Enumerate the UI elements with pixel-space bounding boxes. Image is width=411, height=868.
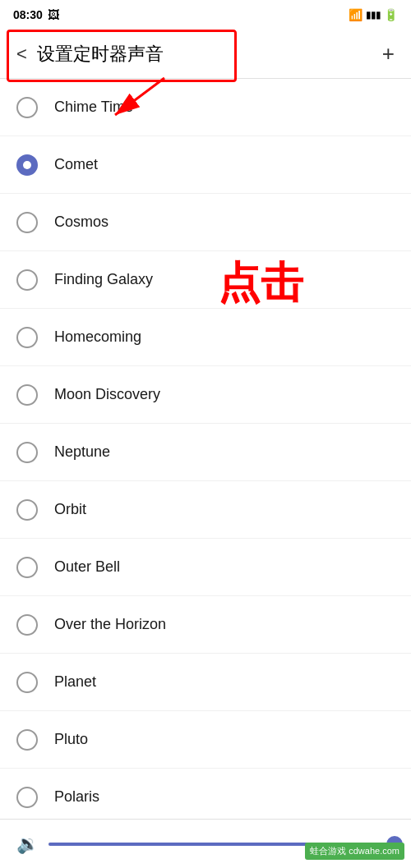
add-button[interactable]: + bbox=[379, 38, 398, 70]
status-icons: 📶 ▮▮▮ 🔋 bbox=[349, 8, 398, 21]
signal1-icon: ▮▮▮ bbox=[366, 9, 381, 21]
item-label: Planet bbox=[54, 673, 96, 691]
list-item[interactable]: Planet bbox=[0, 654, 411, 711]
header-left: < 设置定时器声音 bbox=[13, 40, 164, 68]
volume-icon: 🔉 bbox=[16, 834, 39, 855]
list-item[interactable]: Comet bbox=[0, 136, 411, 194]
item-label: Moon Discovery bbox=[54, 386, 160, 403]
radio-button[interactable] bbox=[16, 672, 38, 693]
watermark: 蛙合游戏 cdwahe.com bbox=[305, 843, 404, 860]
list-item[interactable]: Finding Galaxy bbox=[0, 251, 411, 309]
screen-icon: 🖼 bbox=[48, 8, 59, 21]
wifi-icon: 📶 bbox=[349, 8, 363, 21]
list-item[interactable]: Moon Discovery bbox=[0, 366, 411, 424]
radio-button[interactable] bbox=[16, 97, 38, 118]
radio-button[interactable] bbox=[16, 327, 38, 348]
item-label: Chime Time bbox=[54, 99, 133, 116]
radio-button[interactable] bbox=[16, 384, 38, 406]
radio-inner bbox=[23, 161, 31, 169]
sound-list: Chime TimeCometCosmosFinding GalaxyHomec… bbox=[0, 79, 411, 819]
radio-button[interactable] bbox=[16, 499, 38, 521]
item-label: Neptune bbox=[54, 443, 110, 461]
radio-button[interactable] bbox=[16, 787, 38, 808]
radio-button[interactable] bbox=[16, 614, 38, 636]
item-label: Comet bbox=[54, 156, 98, 173]
item-label: Orbit bbox=[54, 501, 86, 518]
volume-slider-fill bbox=[48, 843, 308, 846]
list-item[interactable]: Pluto bbox=[0, 711, 411, 769]
list-item[interactable]: Neptune bbox=[0, 424, 411, 481]
item-label: Pluto bbox=[54, 731, 88, 748]
radio-button[interactable] bbox=[16, 212, 38, 233]
radio-button[interactable] bbox=[16, 154, 38, 176]
status-bar: 08:30 🖼 📶 ▮▮▮ 🔋 bbox=[0, 0, 411, 30]
radio-button[interactable] bbox=[16, 269, 38, 291]
status-time: 08:30 bbox=[13, 8, 43, 21]
item-label: Polaris bbox=[54, 788, 99, 806]
radio-button[interactable] bbox=[16, 557, 38, 578]
list-item[interactable]: Cosmos bbox=[0, 194, 411, 251]
item-label: Outer Bell bbox=[54, 558, 120, 576]
item-label: Homecoming bbox=[54, 328, 141, 346]
list-item[interactable]: Chime Time bbox=[0, 79, 411, 136]
radio-button[interactable] bbox=[16, 729, 38, 751]
item-label: Cosmos bbox=[54, 214, 109, 231]
list-item[interactable]: Outer Bell bbox=[0, 539, 411, 596]
list-item[interactable]: Polaris bbox=[0, 769, 411, 819]
item-label: Over the Horizon bbox=[54, 616, 166, 633]
list-item[interactable]: Orbit bbox=[0, 481, 411, 539]
page-title: 设置定时器声音 bbox=[37, 42, 164, 67]
list-item[interactable]: Over the Horizon bbox=[0, 596, 411, 654]
back-button[interactable]: < bbox=[13, 40, 30, 68]
list-item[interactable]: Homecoming bbox=[0, 309, 411, 366]
header: < 设置定时器声音 + bbox=[0, 30, 411, 79]
radio-button[interactable] bbox=[16, 442, 38, 463]
item-label: Finding Galaxy bbox=[54, 271, 153, 288]
battery-icon: 🔋 bbox=[384, 8, 398, 21]
